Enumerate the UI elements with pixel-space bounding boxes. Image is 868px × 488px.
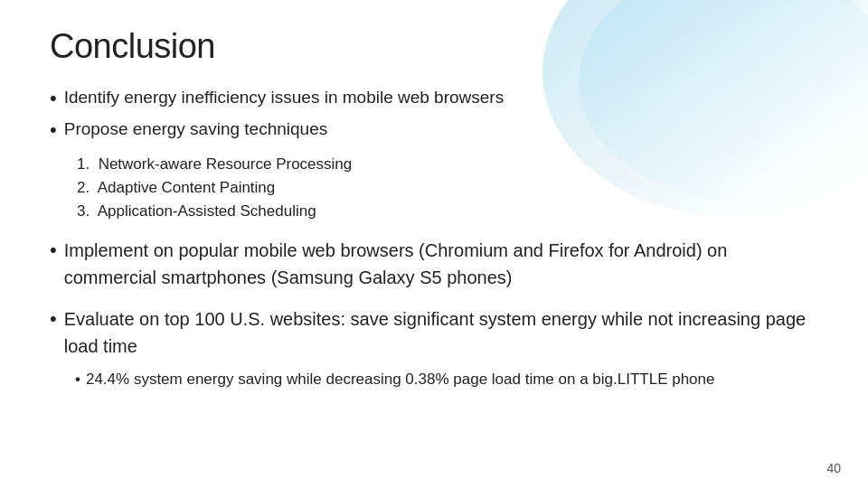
num-text-3: Application-Assisted Scheduling	[98, 202, 316, 220]
numbered-item-1: 1. Network-aware Resource Processing	[77, 154, 818, 175]
bullet-item-1: • Identify energy inefficiency issues in…	[50, 86, 818, 112]
large-text-2: Evaluate on top 100 U.S. websites: save …	[64, 305, 818, 360]
bullet-text-1: Identify energy inefficiency issues in m…	[64, 86, 505, 110]
large-dot-2: •	[50, 305, 57, 333]
numbered-item-2: 2. Adaptive Content Painting	[77, 177, 818, 199]
large-bullet-1: • Implement on popular mobile web browse…	[50, 237, 818, 291]
bullet-dot-1: •	[50, 86, 57, 112]
sub-bullet: • 24.4% system energy saving while decre…	[75, 369, 818, 391]
slide-title: Conclusion	[50, 27, 818, 66]
num-label-1: 1.	[77, 155, 90, 173]
large-dot-1: •	[50, 237, 57, 265]
num-text-1: Network-aware Resource Processing	[99, 155, 353, 173]
num-label-2: 2.	[77, 179, 90, 196]
bullet-text-2: Propose energy saving techniques	[64, 117, 328, 142]
bullet-item-2: • Propose energy saving techniques	[50, 117, 818, 144]
num-label-3: 3.	[77, 202, 90, 220]
slide-content: Conclusion • Identify energy inefficienc…	[0, 0, 868, 488]
numbered-item-3: 3. Application-Assisted Scheduling	[77, 201, 818, 222]
large-text-1: Implement on popular mobile web browsers…	[64, 237, 818, 291]
bullet-dot-2: •	[50, 117, 57, 144]
large-bullet-2: • Evaluate on top 100 U.S. websites: sav…	[50, 305, 818, 360]
bullet-section: • Identify energy inefficiency issues in…	[50, 86, 818, 390]
sub-bullet-dot: •	[75, 369, 80, 391]
numbered-list: 1. Network-aware Resource Processing 2. …	[77, 154, 818, 221]
num-text-2: Adaptive Content Painting	[98, 179, 276, 196]
sub-bullet-text: 24.4% system energy saving while decreas…	[86, 369, 715, 391]
